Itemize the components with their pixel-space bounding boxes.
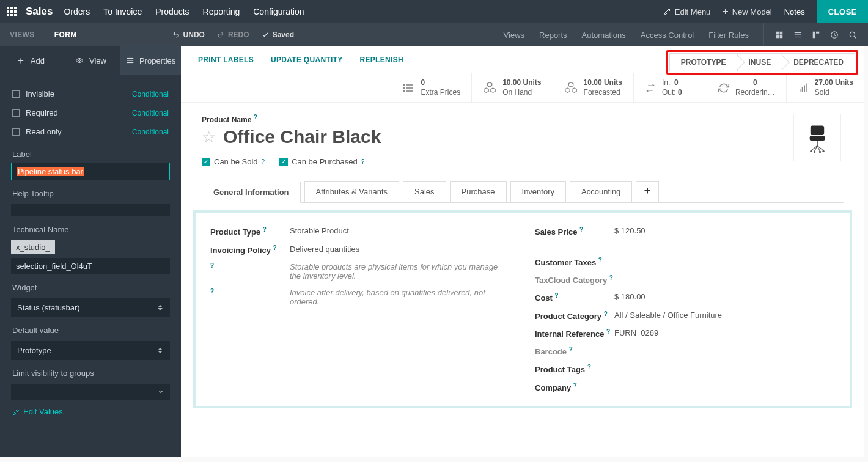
edit-menu-button[interactable]: Edit Menu	[664, 7, 711, 16]
svg-point-10	[850, 32, 855, 37]
svg-point-36	[822, 150, 824, 152]
nav-products[interactable]: Products	[155, 7, 189, 16]
list-icon	[402, 82, 414, 94]
widget-label: Widget	[0, 274, 181, 296]
chevron-down-icon	[158, 389, 164, 395]
technical-name-input[interactable]: selection_field_Ol4uT	[11, 258, 170, 274]
app-brand[interactable]: Sales	[26, 6, 53, 18]
nav-to-invoice[interactable]: To Invoice	[103, 7, 142, 16]
tab-accounting[interactable]: Accounting	[570, 181, 632, 202]
stat-reordering[interactable]: 0Reorderin…	[707, 73, 786, 102]
plus-icon	[644, 187, 651, 194]
can-be-purchased-checkbox[interactable]: ✓	[279, 158, 288, 166]
nav-orders[interactable]: Orders	[64, 7, 90, 16]
product-category-value[interactable]: All / Saleable / Office Furniture	[614, 310, 835, 320]
stat-buttons: 0Extra Prices 10.00 UnitsOn Hand 10.00 U…	[181, 73, 864, 103]
nav-reporting[interactable]: Reporting	[203, 7, 240, 16]
new-model-button[interactable]: + New Model	[723, 6, 771, 17]
replenish-button[interactable]: REPLENISH	[360, 56, 403, 64]
sales-price-value[interactable]: $ 120.50	[614, 226, 835, 235]
help-tooltip-label: Help Tooltip	[0, 180, 181, 202]
product-image[interactable]	[793, 114, 841, 161]
views-breadcrumb[interactable]: VIEWS	[0, 23, 45, 46]
studio-tab-properties[interactable]: Properties	[120, 46, 181, 75]
studio-tab-view[interactable]: View	[61, 46, 121, 75]
svg-rect-7	[813, 32, 815, 38]
product-category-label: Product Category	[535, 312, 601, 321]
product-type-value[interactable]: Storable Product	[290, 226, 510, 235]
svg-rect-0	[776, 32, 779, 35]
notes-link[interactable]: Notes	[784, 7, 805, 16]
reports-link[interactable]: Reports	[539, 31, 567, 40]
status-prototype[interactable]: PROTOTYPE	[669, 53, 737, 72]
edit-values-button[interactable]: Edit Values	[0, 400, 181, 427]
technical-name-label: Technical Name	[0, 216, 181, 238]
internal-ref-value[interactable]: FURN_0269	[614, 328, 835, 337]
list-view-icon[interactable]	[793, 31, 802, 39]
search-view-icon[interactable]	[848, 31, 857, 39]
svg-rect-26	[811, 126, 824, 136]
apps-menu-icon[interactable]	[0, 0, 23, 23]
stat-transfers[interactable]: In: 0Out: 0	[633, 73, 707, 102]
readonly-label: Read only	[26, 127, 62, 136]
can-be-purchased-label: Can be Purchased	[292, 157, 358, 166]
stat-sold[interactable]: 27.00 UnitsSold	[786, 73, 864, 102]
redo-button[interactable]: REDO	[217, 31, 249, 39]
form-sheet: Product Type ?Storable Product Invoicing…	[193, 210, 852, 408]
can-be-sold-checkbox[interactable]: ✓	[202, 158, 210, 166]
studio-toolbar: VIEWS FORM UNDO REDO Saved Views Reports…	[0, 23, 868, 46]
chevron-updown-icon	[158, 348, 164, 353]
tab-purchase[interactable]: Purchase	[450, 181, 507, 202]
stat-extra-prices[interactable]: 0Extra Prices	[391, 73, 471, 102]
readonly-checkbox[interactable]	[12, 128, 20, 136]
automations-link[interactable]: Automations	[582, 31, 626, 40]
product-name-value[interactable]: Office Chair Black	[223, 127, 381, 147]
svg-rect-8	[816, 32, 819, 34]
close-button[interactable]: CLOSE	[817, 0, 868, 23]
label-field-label: Label	[0, 141, 181, 163]
default-value-select[interactable]: Prototype	[11, 341, 170, 360]
filter-rules-link[interactable]: Filter Rules	[708, 31, 749, 40]
pipeline-statusbar[interactable]: PROTOTYPE INUSE DEPRECATED	[666, 50, 858, 75]
svg-point-35	[819, 151, 821, 153]
svg-rect-1	[780, 32, 783, 35]
required-checkbox[interactable]	[12, 109, 20, 117]
kanban-view-icon[interactable]	[775, 31, 784, 39]
invoicing-policy-value[interactable]: Delivered quantities	[290, 244, 510, 254]
widget-select[interactable]: Status (statusbar)	[11, 298, 170, 317]
stat-forecasted[interactable]: 10.00 UnitsForecasted	[553, 73, 633, 102]
product-name-label: Product Name ?	[202, 116, 257, 124]
update-quantity-button[interactable]: UPDATE QUANTITY	[271, 56, 343, 64]
label-input[interactable]: Pipeline status bar	[11, 163, 170, 180]
svg-point-21	[404, 90, 405, 92]
nav-configuration[interactable]: Configuration	[253, 7, 304, 16]
cost-value[interactable]: $ 180.00	[614, 292, 835, 301]
status-deprecated[interactable]: DEPRECATED	[782, 53, 855, 72]
tab-sales[interactable]: Sales	[403, 181, 446, 202]
studio-tab-add[interactable]: ＋Add	[0, 46, 61, 75]
favorite-star-icon[interactable]: ☆	[202, 128, 216, 147]
required-conditional[interactable]: Conditional	[132, 109, 169, 117]
limit-visibility-select[interactable]	[11, 384, 170, 400]
tab-add[interactable]	[636, 181, 659, 202]
invisible-checkbox[interactable]	[12, 90, 20, 98]
access-control-link[interactable]: Access Control	[641, 31, 694, 40]
form-view-icon[interactable]	[812, 31, 820, 39]
undo-button[interactable]: UNDO	[172, 31, 205, 39]
print-labels-button[interactable]: PRINT LABELS	[198, 56, 254, 64]
views-link[interactable]: Views	[504, 31, 524, 40]
taxcloud-label: TaxCloud Category	[535, 276, 607, 285]
stat-on-hand[interactable]: 10.00 UnitsOn Hand	[471, 73, 552, 102]
svg-point-12	[79, 60, 81, 62]
svg-point-33	[810, 150, 812, 152]
activity-view-icon[interactable]	[830, 31, 839, 39]
readonly-conditional[interactable]: Conditional	[132, 128, 169, 136]
required-label: Required	[26, 108, 58, 117]
transfer-icon	[645, 82, 656, 94]
tab-inventory[interactable]: Inventory	[510, 181, 566, 202]
tab-general-info[interactable]: General Information	[202, 182, 301, 203]
limit-visibility-label: Limit visibility to groups	[0, 360, 181, 381]
help-tooltip-input[interactable]	[11, 204, 170, 216]
tab-attributes[interactable]: Attributes & Variants	[304, 181, 400, 202]
invisible-conditional[interactable]: Conditional	[132, 90, 169, 98]
